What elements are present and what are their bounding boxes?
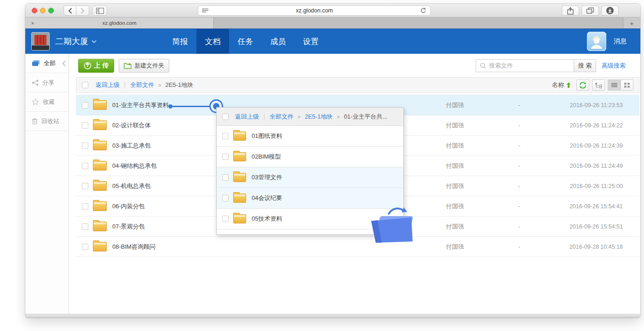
popup-breadcrumb-root[interactable]: 全部文件: [270, 113, 293, 121]
messages-link[interactable]: 消息: [614, 37, 627, 46]
row-checkbox[interactable]: [82, 203, 88, 210]
breadcrumb-bar: 返回上级 全部文件 > 2E5-1地块 名称: [76, 77, 639, 93]
popup-row-checkbox[interactable]: [222, 174, 229, 181]
tree-view-icon: [595, 82, 602, 88]
file-size: -: [489, 142, 549, 149]
file-size: -: [489, 243, 549, 250]
new-tab-button[interactable]: +: [623, 17, 640, 29]
file-size: -: [489, 183, 549, 189]
browser-tab[interactable]: × xz.glodon.com: [25, 17, 214, 29]
star-icon: [32, 98, 39, 105]
search-button[interactable]: 搜 索: [574, 59, 596, 72]
row-checkbox[interactable]: [82, 122, 88, 129]
folder-icon: [233, 152, 246, 161]
divider: [125, 82, 125, 88]
popup-row-checkbox[interactable]: [222, 133, 229, 139]
popup-folder-name[interactable]: 02BIM模型: [252, 153, 281, 161]
sort-ascending-icon[interactable]: [566, 82, 571, 88]
browser-back-button[interactable]: [63, 6, 76, 16]
advanced-search-link[interactable]: 高级搜索: [602, 62, 626, 70]
folder-icon: [93, 100, 107, 110]
go-up-link[interactable]: 返回上级: [96, 81, 120, 89]
file-row[interactable]: 08-BIM咨询顾问 付国强 - 2016-09-28 10:45:18: [76, 237, 639, 257]
user-avatar[interactable]: [587, 32, 606, 51]
folder-icon: [93, 201, 107, 211]
popup-folder-row[interactable]: 02BIM模型: [217, 147, 403, 167]
folder-icon: [93, 141, 107, 150]
popup-row-checkbox[interactable]: [222, 195, 229, 201]
popup-folder-name[interactable]: 01图纸资料: [252, 132, 282, 140]
tree-view-button[interactable]: [592, 80, 605, 91]
folder-plus-icon: [124, 63, 132, 69]
reader-icon: [202, 8, 208, 13]
downloads-button[interactable]: [601, 6, 619, 16]
browser-forward-button[interactable]: [76, 6, 89, 16]
breadcrumb-root[interactable]: 全部文件: [130, 81, 154, 89]
zoom-window-button[interactable]: [48, 8, 54, 13]
row-checkbox[interactable]: [82, 244, 88, 250]
project-thumbnail[interactable]: [31, 32, 50, 51]
nav-tab-settings[interactable]: 设置: [294, 29, 327, 54]
sidebar-item-recycle-bin[interactable]: 回收站: [25, 112, 69, 131]
sidebar-item-favorites[interactable]: 收藏: [25, 92, 69, 112]
refresh-page-icon[interactable]: [420, 7, 426, 14]
search-group: 搜 索 高级搜索: [476, 59, 626, 72]
grid-view-button[interactable]: [621, 80, 633, 91]
popup-breadcrumb-bar: 返回上级 全部文件 > 2E5-1地块 > 01-业主平台共...: [217, 108, 403, 126]
refresh-icon: [579, 82, 586, 89]
project-selector[interactable]: 二期大厦: [55, 29, 97, 54]
row-checkbox[interactable]: [82, 183, 88, 189]
chevron-left-icon: [68, 8, 72, 14]
folder-icon: [93, 222, 107, 231]
grid-view-icon: [624, 83, 630, 88]
nav-tab-briefing[interactable]: 简报: [164, 29, 196, 54]
file-owner: 付国强: [420, 243, 489, 251]
url-text: xz.glodon.com: [208, 7, 420, 14]
folder-icon: [93, 242, 107, 251]
nav-tab-members[interactable]: 成员: [262, 29, 294, 54]
share-page-button[interactable]: [562, 6, 579, 16]
refresh-list-button[interactable]: [576, 80, 589, 91]
row-checkbox[interactable]: [82, 163, 88, 169]
row-checkbox[interactable]: [82, 143, 88, 149]
popup-breadcrumb-separator: >: [298, 114, 300, 120]
minimize-window-button[interactable]: [40, 8, 46, 13]
popup-folder-name[interactable]: 05技术资料: [252, 215, 282, 223]
nav-tab-tasks[interactable]: 任务: [229, 29, 262, 54]
folder-icon: [233, 194, 246, 203]
tab-overview-button[interactable]: [581, 6, 599, 16]
file-date: 2016-09-26 15:54:41: [549, 203, 623, 210]
popup-folder-name[interactable]: 04会议纪要: [252, 194, 282, 202]
popup-select-all-checkbox[interactable]: [222, 114, 229, 120]
sidebar-item-all[interactable]: 全部: [25, 54, 69, 73]
address-bar[interactable]: xz.glodon.com: [198, 6, 431, 16]
select-all-checkbox[interactable]: [82, 82, 88, 88]
row-checkbox[interactable]: [82, 102, 88, 108]
close-tab-icon[interactable]: ×: [31, 20, 34, 27]
sort-by-name-label[interactable]: 名称: [552, 81, 564, 89]
search-input[interactable]: [489, 62, 570, 69]
popup-row-checkbox[interactable]: [222, 216, 229, 222]
file-owner: 付国强: [420, 142, 489, 150]
popup-folder-row[interactable]: 01图纸资料: [217, 126, 403, 147]
browser-sidebar-button[interactable]: [92, 6, 107, 16]
popup-folder-row[interactable]: 03管理文件: [217, 167, 403, 188]
share-icon: [567, 7, 574, 15]
list-view-button[interactable]: [608, 80, 621, 91]
popup-go-up-link[interactable]: 返回上级: [235, 113, 259, 121]
file-date: 2016-09-28 10:45:18: [549, 244, 623, 250]
nav-tab-documents[interactable]: 文档: [196, 29, 229, 54]
popup-breadcrumb-current: 01-业主平台共...: [344, 113, 388, 121]
popup-row-checkbox[interactable]: [222, 154, 229, 160]
close-window-button[interactable]: [32, 8, 37, 13]
new-folder-button[interactable]: 新建文件夹: [119, 59, 169, 73]
sidebar: 全部 分享 收藏 回收站: [25, 54, 69, 314]
popup-folder-name[interactable]: 03管理文件: [252, 173, 282, 182]
file-name[interactable]: 08-BIM咨询顾问: [112, 243, 420, 251]
tab-title: xz.glodon.com: [102, 20, 136, 26]
upload-button[interactable]: 上 传: [78, 59, 114, 73]
folder-icon: [93, 161, 107, 171]
row-checkbox[interactable]: [82, 223, 88, 230]
popup-breadcrumb-mid[interactable]: 2E5-1地块: [305, 113, 333, 121]
sidebar-item-shared[interactable]: 分享: [25, 73, 69, 92]
